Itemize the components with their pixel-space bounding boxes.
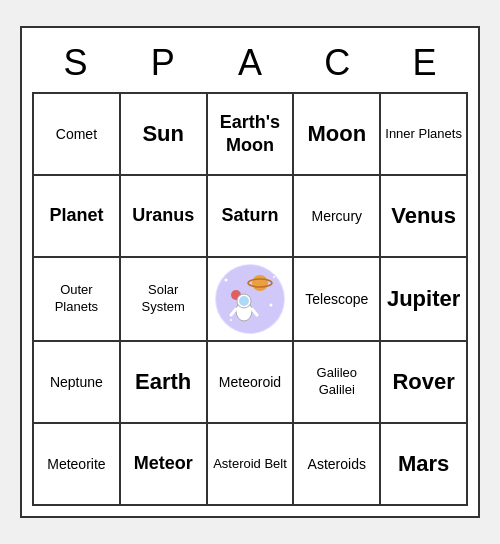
bingo-cell-8[interactable]: Mercury bbox=[294, 176, 381, 258]
bingo-cell-13[interactable]: Telescope bbox=[294, 258, 381, 342]
bingo-cell-7[interactable]: Saturn bbox=[208, 176, 295, 258]
bingo-cell-15[interactable]: Neptune bbox=[34, 342, 121, 424]
bingo-cell-17[interactable]: Meteoroid bbox=[208, 342, 295, 424]
free-space bbox=[215, 264, 285, 334]
letter-s: S bbox=[32, 38, 119, 88]
svg-point-11 bbox=[273, 276, 275, 278]
cell-text-21: Meteor bbox=[134, 452, 193, 475]
bingo-cell-6[interactable]: Uranus bbox=[121, 176, 208, 258]
bingo-cell-0[interactable]: Comet bbox=[34, 94, 121, 176]
svg-point-6 bbox=[239, 296, 249, 306]
letter-p: P bbox=[119, 38, 206, 88]
svg-point-10 bbox=[269, 304, 272, 307]
bingo-cell-12[interactable] bbox=[208, 258, 295, 342]
bingo-header: S P A C E bbox=[32, 38, 468, 88]
cell-text-14: Jupiter bbox=[387, 285, 460, 314]
bingo-cell-11[interactable]: Solar System bbox=[121, 258, 208, 342]
bingo-cell-21[interactable]: Meteor bbox=[121, 424, 208, 506]
bingo-cell-24[interactable]: Mars bbox=[381, 424, 468, 506]
bingo-cell-4[interactable]: Inner Planets bbox=[381, 94, 468, 176]
cell-text-13: Telescope bbox=[305, 290, 368, 308]
bingo-cell-18[interactable]: Galileo Galilei bbox=[294, 342, 381, 424]
cell-text-17: Meteoroid bbox=[219, 373, 281, 391]
bingo-cell-10[interactable]: Outer Planets bbox=[34, 258, 121, 342]
cell-text-10: Outer Planets bbox=[38, 282, 115, 316]
svg-point-1 bbox=[252, 275, 268, 291]
cell-text-22: Asteroid Belt bbox=[213, 456, 287, 473]
letter-a: A bbox=[206, 38, 293, 88]
cell-text-11: Solar System bbox=[125, 282, 202, 316]
bingo-cell-3[interactable]: Moon bbox=[294, 94, 381, 176]
bingo-cell-9[interactable]: Venus bbox=[381, 176, 468, 258]
cell-text-1: Sun bbox=[142, 120, 184, 149]
cell-text-18: Galileo Galilei bbox=[298, 365, 375, 399]
cell-text-3: Moon bbox=[307, 120, 366, 149]
bingo-card: S P A C E CometSunEarth's MoonMoonInner … bbox=[20, 26, 480, 518]
letter-e: E bbox=[381, 38, 468, 88]
svg-point-12 bbox=[230, 319, 232, 321]
cell-text-8: Mercury bbox=[312, 207, 363, 225]
cell-text-0: Comet bbox=[56, 125, 97, 143]
cell-text-7: Saturn bbox=[221, 204, 278, 227]
bingo-cell-22[interactable]: Asteroid Belt bbox=[208, 424, 295, 506]
cell-text-5: Planet bbox=[49, 204, 103, 227]
bingo-cell-14[interactable]: Jupiter bbox=[381, 258, 468, 342]
letter-c: C bbox=[294, 38, 381, 88]
cell-text-4: Inner Planets bbox=[385, 126, 462, 143]
cell-text-23: Asteroids bbox=[308, 455, 366, 473]
cell-text-2: Earth's Moon bbox=[212, 111, 289, 158]
bingo-cell-23[interactable]: Asteroids bbox=[294, 424, 381, 506]
cell-text-20: Meteorite bbox=[47, 455, 105, 473]
bingo-cell-19[interactable]: Rover bbox=[381, 342, 468, 424]
cell-text-24: Mars bbox=[398, 450, 449, 479]
svg-point-9 bbox=[224, 279, 227, 282]
bingo-cell-5[interactable]: Planet bbox=[34, 176, 121, 258]
cell-text-19: Rover bbox=[392, 368, 454, 397]
cell-text-16: Earth bbox=[135, 368, 191, 397]
bingo-cell-20[interactable]: Meteorite bbox=[34, 424, 121, 506]
cell-text-6: Uranus bbox=[132, 204, 194, 227]
bingo-cell-16[interactable]: Earth bbox=[121, 342, 208, 424]
bingo-cell-2[interactable]: Earth's Moon bbox=[208, 94, 295, 176]
cell-text-15: Neptune bbox=[50, 373, 103, 391]
bingo-grid: CometSunEarth's MoonMoonInner PlanetsPla… bbox=[32, 92, 468, 506]
cell-text-9: Venus bbox=[391, 202, 456, 231]
bingo-cell-1[interactable]: Sun bbox=[121, 94, 208, 176]
